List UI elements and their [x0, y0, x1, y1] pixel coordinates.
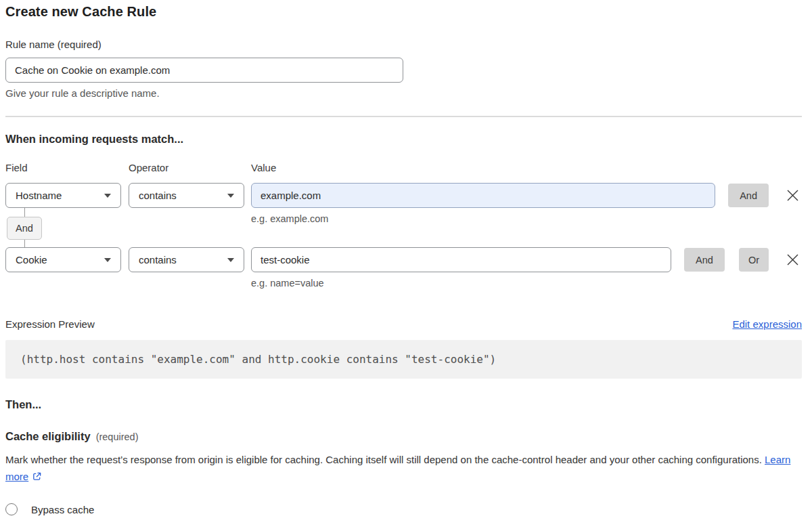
operator-select-2[interactable]: contains — [129, 247, 244, 272]
create-cache-rule-page: Create new Cache Rule Rule name (require… — [0, 4, 812, 531]
value-input-1[interactable]: example.com — [251, 183, 715, 208]
and-button-row-2[interactable]: And — [684, 248, 725, 272]
value-input-2[interactable]: test-cookie — [251, 247, 671, 272]
field-select-1-value: Hostname — [16, 190, 62, 201]
field-select-2[interactable]: Cookie — [5, 247, 121, 272]
chevron-down-icon — [104, 194, 111, 198]
value-hint-2: e.g. name=value — [251, 278, 802, 289]
value-column-1: example.com — [251, 183, 715, 208]
rule-name-help: Give your rule a descriptive name. — [5, 87, 802, 99]
field-column-label: Field — [5, 162, 129, 173]
radio-label-bypass: Bypass cache — [31, 504, 94, 515]
connector-zone: And e.g. example.com — [5, 208, 802, 247]
operator-select-1-value: contains — [139, 190, 177, 201]
rule-name-input[interactable]: Cache on Cookie on example.com — [5, 58, 403, 83]
condition-column-labels: Field Operator Value — [5, 162, 802, 173]
value-column-2: test-cookie — [251, 247, 671, 272]
section-divider — [5, 116, 802, 117]
remove-condition-2-button[interactable] — [783, 251, 802, 270]
or-button-row-2[interactable]: Or — [739, 248, 769, 272]
value-column-label: Value — [251, 162, 276, 173]
description-text: Mark whether the request’s response from… — [5, 454, 762, 465]
condition-row-1: Hostname contains example.com And — [5, 183, 802, 208]
connector-line-bottom — [24, 240, 25, 247]
chevron-down-icon — [227, 194, 234, 198]
then-heading: Then... — [5, 398, 802, 411]
condition-row-2: Cookie contains test-cookie And Or — [5, 247, 802, 272]
expression-preview-label: Expression Preview — [5, 318, 95, 330]
chevron-down-icon — [227, 258, 234, 262]
operator-column-label: Operator — [129, 162, 251, 173]
radio-unselected-icon[interactable] — [5, 503, 18, 515]
close-icon — [786, 189, 799, 202]
operator-select-1[interactable]: contains — [129, 183, 244, 208]
rule-name-label: Rule name (required) — [5, 39, 802, 50]
match-heading: When incoming requests match... — [5, 133, 802, 146]
edit-expression-link[interactable]: Edit expression — [732, 318, 802, 330]
field-select-2-value: Cookie — [16, 254, 47, 266]
value-hint-1: e.g. example.com — [251, 213, 328, 224]
field-select-1[interactable]: Hostname — [5, 183, 121, 208]
cache-eligibility-heading: Cache eligibility — [5, 430, 91, 443]
radio-option-bypass-cache[interactable]: Bypass cache — [5, 503, 802, 515]
expression-code: (http.host contains "example.com" and ht… — [5, 340, 802, 379]
cache-eligibility-heading-row: Cache eligibility (required) — [5, 430, 802, 443]
chevron-down-icon — [104, 258, 111, 262]
external-link-icon — [32, 469, 42, 486]
remove-condition-1-button[interactable] — [783, 186, 802, 205]
page-title: Create new Cache Rule — [5, 4, 802, 20]
and-button-row-1[interactable]: And — [728, 184, 769, 207]
connector-and-button[interactable]: And — [7, 217, 42, 240]
expression-header: Expression Preview Edit expression — [5, 318, 802, 330]
connector-line-top — [24, 208, 25, 217]
cache-eligibility-description: Mark whether the request’s response from… — [5, 451, 802, 486]
required-note: (required) — [96, 431, 139, 442]
close-icon — [786, 253, 799, 266]
operator-select-2-value: contains — [139, 254, 177, 266]
